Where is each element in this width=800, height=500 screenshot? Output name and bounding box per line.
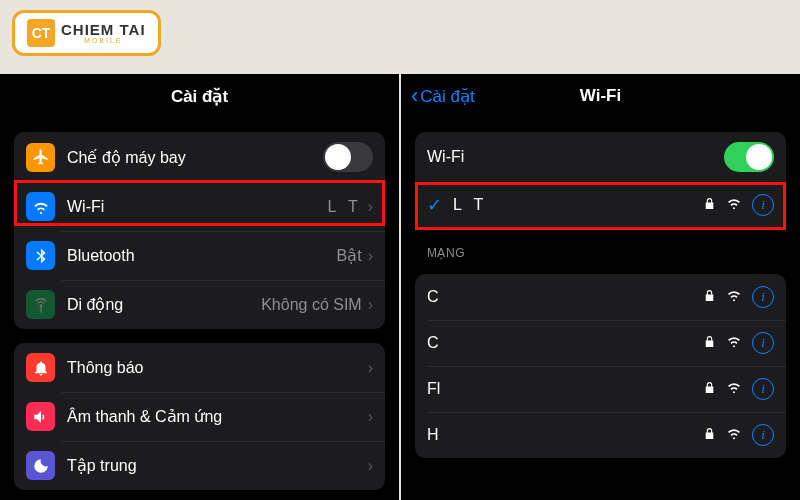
row-wifi-toggle[interactable]: Wi-Fi [415,132,786,182]
lock-icon [703,334,716,352]
bluetooth-icon [26,241,55,270]
row-wifi[interactable]: Wi-Fi L T › [14,182,385,231]
row-label: Bluetooth [67,247,337,265]
row-network[interactable]: Hi [415,412,786,458]
back-label: Cài đặt [420,86,474,107]
wifi-signal-icon [726,195,742,215]
chevron-left-icon: ‹ [411,85,418,107]
page-title: Wi-Fi [580,86,621,106]
row-mobile-data[interactable]: Di động Không có SIM › [14,280,385,329]
row-notifications[interactable]: Thông báo › [14,343,385,392]
chevron-right-icon: › [368,296,373,314]
row-network[interactable]: Fli [415,366,786,412]
row-label: Chế độ máy bay [67,148,323,167]
wifi-signal-icon [726,333,742,353]
wifi-panel: ‹ Cài đặt Wi-Fi Wi-Fi ✓ L T i MẠNG Ci [399,74,800,500]
row-detail: Bật [337,246,362,265]
wifi-networks-group: CiCiFliHi [415,274,786,458]
network-name: C [427,334,703,352]
logo-main-text: CHIEM TAI [61,22,146,37]
network-name: Fl [427,380,703,398]
checkmark-icon: ✓ [427,194,447,216]
wifi-signal-icon [726,379,742,399]
lock-icon [703,196,716,214]
row-network[interactable]: Ci [415,274,786,320]
chevron-right-icon: › [368,457,373,475]
row-label: Wi-Fi [427,148,724,166]
lock-icon [703,288,716,306]
brand-logo: CT CHIEM TAI MOBILE [12,10,161,56]
airplane-toggle[interactable] [323,142,373,172]
chevron-right-icon: › [368,247,373,265]
row-sound[interactable]: Âm thanh & Cảm ứng › [14,392,385,441]
row-airplane-mode[interactable]: Chế độ máy bay [14,132,385,182]
row-label: Di động [67,295,261,314]
logo-badge: CT [27,19,55,47]
chevron-right-icon: › [368,359,373,377]
bell-icon [26,353,55,382]
chevron-right-icon: › [368,198,373,216]
antenna-icon [26,290,55,319]
wifi-toggle[interactable] [724,142,774,172]
network-name: C [427,288,703,306]
wifi-signal-icon [726,287,742,307]
info-icon[interactable]: i [752,424,774,446]
wifi-toggle-group: Wi-Fi ✓ L T i [415,132,786,228]
row-network[interactable]: Ci [415,320,786,366]
nav-header: Cài đặt [0,74,399,118]
network-name: L T [453,196,703,214]
row-detail: Không có SIM [261,296,362,314]
back-button[interactable]: ‹ Cài đặt [411,85,475,107]
speaker-icon [26,402,55,431]
row-label: Thông báo [67,359,368,377]
airplane-icon [26,143,55,172]
row-bluetooth[interactable]: Bluetooth Bật › [14,231,385,280]
page-title: Cài đặt [171,86,228,107]
row-detail: L T [327,198,361,216]
info-icon[interactable]: i [752,378,774,400]
nav-header: ‹ Cài đặt Wi-Fi [401,74,800,118]
row-label: Âm thanh & Cảm ứng [67,407,368,426]
row-label: Tập trung [67,456,368,475]
network-name: H [427,426,703,444]
settings-group-general: Thông báo › Âm thanh & Cảm ứng › Tập tru… [14,343,385,490]
settings-group-connectivity: Chế độ máy bay Wi-Fi L T › Bluetooth Bật… [14,132,385,329]
logo-sub-text: MOBILE [61,37,146,44]
lock-icon [703,426,716,444]
row-focus[interactable]: Tập trung › [14,441,385,490]
row-label: Wi-Fi [67,198,327,216]
settings-panel: Cài đặt Chế độ máy bay Wi-Fi L T › [0,74,399,500]
section-header: MẠNG [427,246,774,260]
lock-icon [703,380,716,398]
info-icon[interactable]: i [752,286,774,308]
info-icon[interactable]: i [752,194,774,216]
wifi-signal-icon [726,425,742,445]
chevron-right-icon: › [368,408,373,426]
moon-icon [26,451,55,480]
wifi-icon [26,192,55,221]
info-icon[interactable]: i [752,332,774,354]
row-connected-network[interactable]: ✓ L T i [415,182,786,228]
